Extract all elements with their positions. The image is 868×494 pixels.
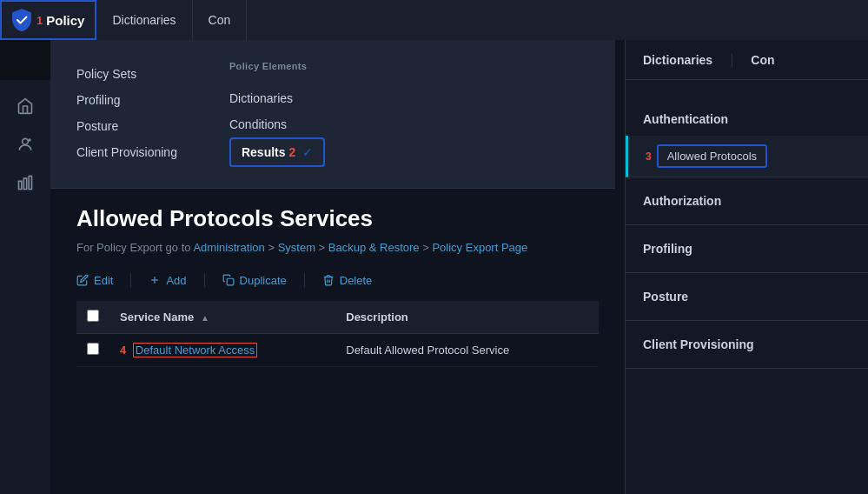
right-section-profiling[interactable]: Profiling [626,225,868,273]
page-subtitle: For Policy Export go to Administration >… [76,241,599,254]
svg-rect-2 [19,181,22,189]
subtitle-link-backup[interactable]: Backup & Restore [328,241,420,254]
row-badge: 4 [120,344,126,357]
add-button[interactable]: Add [149,274,186,287]
dropdown-item-dictionaries[interactable]: Dictionaries [229,85,325,111]
sidebar [0,80,50,494]
toolbar-divider-3 [304,273,305,287]
results-check-icon: ✓ [302,145,313,159]
shield-icon [12,9,31,31]
policy-badge: 1 [36,14,43,27]
subtitle-arrow3: > [422,241,432,254]
delete-button[interactable]: Delete [322,274,373,287]
add-icon [149,274,161,286]
service-name-link[interactable]: Default Network Access [133,343,257,357]
row-checkbox[interactable] [87,343,99,355]
top-nav: 1 Policy Dictionaries Con [0,0,868,40]
edit-label: Edit [94,274,113,287]
table-row: 4 Default Network Access Default Allowed… [76,334,599,367]
toolbar-divider-1 [130,273,131,287]
right-section-authorization[interactable]: Authorization [626,177,868,225]
subtitle-text: For Policy Export go to [76,241,193,254]
sidebar-user-icon[interactable] [10,129,41,160]
edit-button[interactable]: Edit [76,274,113,287]
services-table: Service Name ▲ Description [76,301,599,367]
page-title: Allowed Protocols Services [76,205,599,232]
policy-menu-trigger[interactable]: 1 Policy [0,0,96,40]
page-content: Allowed Protocols Services For Policy Ex… [50,179,625,384]
right-panel-header: Dictionaries | Con [626,40,868,80]
allowed-protocols-label: Allowed Protocols [657,144,767,168]
content-area: Policy Sets Profiling Posture Client Pro… [50,40,625,494]
right-section-authentication[interactable]: Authentication [626,80,868,136]
table-header-service-name: Service Name ▲ [109,301,335,334]
policy-elements-heading: Policy Elements [229,61,325,71]
policy-dropdown: Policy Sets Profiling Posture Client Pro… [50,40,615,189]
policy-label: Policy [46,13,84,28]
dropdown-item-results[interactable]: Results 2 ✓ [229,137,325,167]
right-section-item-allowed-protocols[interactable]: 3 Allowed Protocols [626,136,868,177]
right-section-client-provisioning-title: Client Provisioning [643,337,754,351]
sidebar-info-icon[interactable] [10,489,41,494]
svg-rect-3 [23,178,26,190]
service-description-cell: Default Allowed Protocol Service [335,334,599,367]
toolbar-divider-2 [204,273,205,287]
dropdown-right-col: Policy Elements Dictionaries Conditions … [229,61,325,167]
delete-label: Delete [340,274,373,287]
svg-rect-4 [29,177,31,190]
right-tab-con[interactable]: Con [751,53,774,67]
sidebar-chart-icon[interactable] [10,167,41,198]
edit-icon [76,274,89,286]
svg-point-1 [28,138,30,141]
sort-icon: ▲ [201,313,209,323]
table-header-checkbox [76,301,109,334]
right-panel-sections: Authentication 3 Allowed Protocols Autho… [626,80,868,369]
duplicate-label: Duplicate [240,274,287,287]
right-section-authorization-title: Authorization [643,194,721,208]
dropdown-item-client-provisioning[interactable]: Client Provisioning [76,139,177,165]
nav-dictionaries[interactable]: Dictionaries [96,0,192,40]
toolbar: Edit Add Duplicate [76,273,599,287]
right-section-authentication-title: Authentication [643,112,728,126]
duplicate-button[interactable]: Duplicate [222,274,287,287]
duplicate-icon [222,274,235,286]
right-section-profiling-title: Profiling [643,242,692,256]
subtitle-link-export[interactable]: Policy Export Page [432,241,527,254]
right-tab-dictionaries[interactable]: Dictionaries [643,53,712,67]
right-section-posture-title: Posture [643,290,688,304]
right-section-posture[interactable]: Posture [626,273,868,321]
nav-con[interactable]: Con [193,0,248,40]
results-label: Results [242,145,286,159]
svg-rect-10 [227,278,234,285]
select-all-checkbox[interactable] [87,310,99,322]
allowed-protocols-badge: 3 [646,150,652,163]
right-section-client-provisioning[interactable]: Client Provisioning [626,321,868,369]
row-checkbox-cell [76,334,109,367]
dropdown-item-policy-sets[interactable]: Policy Sets [76,61,177,87]
add-label: Add [166,274,186,287]
nav-right-items: Dictionaries Con [96,0,868,40]
dropdown-item-posture[interactable]: Posture [76,113,177,139]
sidebar-home-icon[interactable] [10,90,41,122]
subtitle-arrow1: > [268,241,277,254]
svg-point-0 [23,138,29,144]
subtitle-link-admin[interactable]: Administration [193,241,264,254]
dropdown-item-conditions[interactable]: Conditions [229,111,325,137]
dropdown-item-profiling[interactable]: Profiling [76,87,177,113]
table-header-description: Description [335,301,599,334]
right-tab-divider: | [730,52,733,68]
results-badge: 2 [289,145,296,159]
subtitle-arrow2: > [319,241,328,254]
right-panel: Dictionaries | Con Authentication 3 Allo… [625,40,868,494]
subtitle-link-system[interactable]: System [278,241,315,254]
service-name-cell: 4 Default Network Access [109,334,335,367]
delete-icon [322,274,335,286]
dropdown-left-col: Policy Sets Profiling Posture Client Pro… [76,61,177,167]
